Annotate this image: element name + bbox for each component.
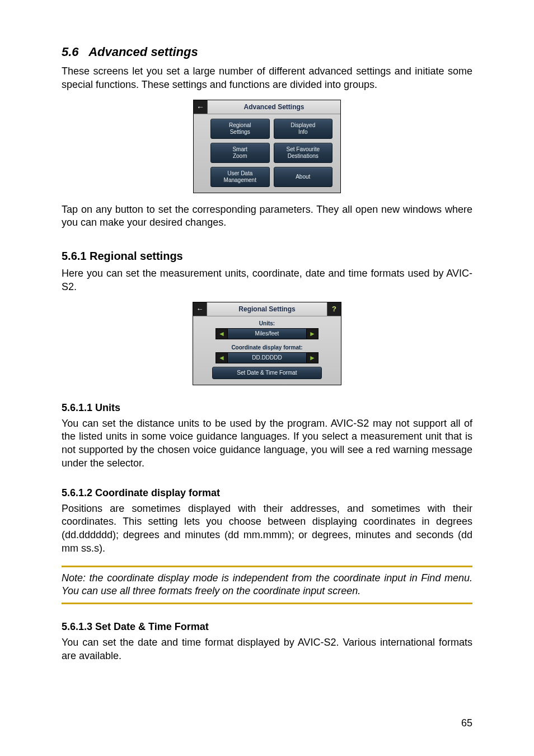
section-title-text: Advanced settings [88, 45, 198, 59]
heading-5-6-1-3: 5.6.1.3 Set Date & Time Format [62, 621, 472, 633]
user-data-management-button[interactable]: User DataManagement [210, 167, 270, 187]
regional-settings-titlebar: ← Regional Settings ? [193, 302, 341, 316]
advanced-settings-title: Advanced Settings [208, 100, 340, 114]
heading-5-6-1-1: 5.6.1.1 Units [62, 402, 472, 414]
units-label: Units: [200, 319, 334, 328]
coord-prev-icon[interactable]: ◄ [216, 352, 228, 363]
back-icon[interactable]: ← [194, 100, 208, 114]
displayed-info-button[interactable]: DisplayedInfo [274, 119, 333, 139]
section-intro: These screens let you set a large number… [62, 65, 472, 92]
units-body: You can set the distance units to be use… [62, 417, 472, 470]
back-icon[interactable]: ← [193, 302, 207, 316]
note-rule-bottom [62, 603, 472, 604]
section-heading-5-6: 5.6 Advanced settings [62, 45, 472, 59]
regional-settings-intro: Here you can set the measurement units, … [62, 267, 472, 294]
advanced-settings-screenshot: ← Advanced Settings RegionalSettings Dis… [193, 100, 341, 193]
units-next-icon[interactable]: ► [306, 328, 318, 339]
units-prev-icon[interactable]: ◄ [216, 328, 228, 339]
units-value: Miles/feet [228, 328, 306, 339]
advanced-settings-after-text: Tap on any button to set the correspondi… [62, 203, 472, 230]
coord-next-icon[interactable]: ► [306, 352, 318, 363]
coord-format-body: Positions are sometimes displayed with t… [62, 502, 472, 556]
section-number: 5.6 [62, 45, 79, 59]
advanced-settings-grid: RegionalSettings DisplayedInfo SmartZoom… [194, 114, 340, 189]
heading-5-6-1: 5.6.1 Regional settings [62, 250, 472, 263]
heading-5-6-1-2: 5.6.1.2 Coordinate display format [62, 487, 472, 499]
help-icon[interactable]: ? [327, 302, 341, 316]
regional-settings-screenshot: ← Regional Settings ? Units: ◄ Miles/fee… [193, 302, 341, 385]
set-date-time-body: You can set the date and time format dis… [62, 636, 472, 663]
note-rule-top [62, 566, 472, 567]
coordinate-format-label: Coordinate display format: [200, 343, 334, 352]
advanced-settings-titlebar: ← Advanced Settings [194, 100, 340, 114]
regional-settings-button[interactable]: RegionalSettings [210, 119, 270, 139]
coordinate-format-value: DD.DDDDD [228, 352, 306, 363]
set-date-time-format-button[interactable]: Set Date & Time Format [212, 367, 322, 379]
set-favourite-destinations-button[interactable]: Set FavouriteDestinations [274, 143, 333, 163]
smart-zoom-button[interactable]: SmartZoom [210, 143, 270, 163]
about-button[interactable]: About [274, 167, 333, 187]
regional-settings-title: Regional Settings [207, 302, 327, 316]
units-selector: ◄ Miles/feet ► [216, 328, 318, 339]
page-number: 65 [461, 717, 472, 729]
coord-format-note: Note: the coordinate display mode is ind… [62, 572, 472, 599]
coordinate-format-selector: ◄ DD.DDDDD ► [216, 352, 318, 363]
